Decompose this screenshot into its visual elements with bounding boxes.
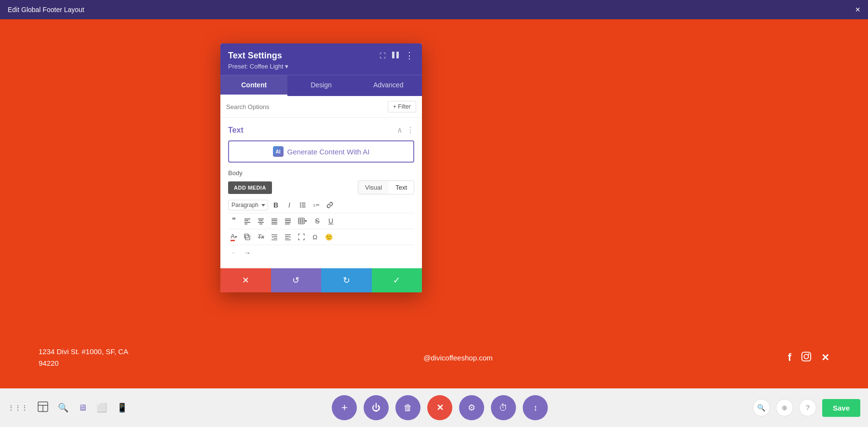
title-bar: Edit Global Footer Layout × <box>0 0 868 19</box>
text-color-button[interactable]: A ▾ <box>228 231 240 243</box>
search-icon[interactable]: 🔍 <box>58 402 68 413</box>
bottom-left-tools: ⋮⋮⋮ 🔍 🖥 ⬜ 📱 <box>8 401 127 414</box>
redo-button[interactable]: → <box>242 247 253 259</box>
modal-body: Text ∧ ⋮ AI Generate Content With AI Bod… <box>220 118 422 268</box>
svg-rect-10 <box>302 207 306 207</box>
layers-icon[interactable]: ⊕ <box>776 399 793 416</box>
svg-rect-14 <box>244 220 248 221</box>
search-right-icon[interactable]: 🔍 <box>753 399 770 416</box>
bold-button[interactable]: B <box>270 199 282 211</box>
svg-rect-37 <box>273 236 277 237</box>
filter-button[interactable]: + Filter <box>388 101 416 112</box>
svg-point-1 <box>804 354 808 358</box>
generate-ai-button[interactable]: AI Generate Content With AI <box>228 140 414 163</box>
clear-format-button[interactable]: Tx <box>255 231 267 243</box>
add-media-button[interactable]: ADD MEDIA <box>228 181 272 194</box>
collapse-icon[interactable]: ∧ <box>397 125 403 135</box>
close-button[interactable]: ✕ <box>427 395 452 420</box>
align-full-button[interactable] <box>282 215 294 227</box>
adjust-button[interactable]: ↕ <box>523 395 548 420</box>
svg-rect-41 <box>285 234 291 235</box>
instagram-icon[interactable] <box>801 351 812 364</box>
modal-header-icons: ⛶ ⋮ <box>380 50 414 61</box>
tablet-icon[interactable]: ⬜ <box>96 402 107 413</box>
tab-content[interactable]: Content <box>220 75 287 96</box>
modal-preset[interactable]: Preset: Coffee Light <box>228 63 414 70</box>
indent-decrease-button[interactable] <box>269 231 280 243</box>
svg-rect-8 <box>302 205 306 206</box>
svg-rect-25 <box>285 219 291 220</box>
svg-marker-45 <box>289 236 290 238</box>
reset-button[interactable]: ↺ <box>271 268 322 292</box>
svg-rect-21 <box>271 219 277 220</box>
help-icon[interactable]: ? <box>799 399 816 416</box>
align-center-button[interactable] <box>255 215 267 227</box>
indent-increase-button[interactable] <box>282 231 294 243</box>
svg-text:1.: 1. <box>313 203 316 207</box>
undo-button[interactable]: ← <box>228 247 240 259</box>
text-tab[interactable]: Text <box>389 181 414 194</box>
cancel-button[interactable]: ✕ <box>220 268 271 292</box>
fullscreen-icon[interactable]: ⛶ <box>380 52 386 59</box>
link-button[interactable] <box>324 199 336 211</box>
table-button[interactable]: ▾ <box>296 215 310 227</box>
tab-design[interactable]: Design <box>287 75 354 96</box>
svg-rect-29 <box>298 218 304 224</box>
columns-icon[interactable] <box>392 51 399 60</box>
svg-rect-19 <box>258 222 264 223</box>
svg-point-5 <box>300 203 301 204</box>
svg-rect-24 <box>271 224 277 225</box>
delete-button[interactable]: 🗑 <box>395 395 420 420</box>
svg-rect-39 <box>271 240 277 240</box>
desktop-icon[interactable]: 🖥 <box>78 403 87 413</box>
strikethrough-button[interactable]: S <box>312 215 323 227</box>
footer-social: f ✕ <box>788 351 829 364</box>
save-button[interactable]: ✓ <box>372 268 422 292</box>
italic-button[interactable]: I <box>284 199 295 211</box>
svg-rect-38 <box>273 238 277 238</box>
text-section-header: Text ∧ ⋮ <box>228 125 414 135</box>
underline-button[interactable]: U <box>325 215 337 227</box>
save-final-button[interactable]: Save <box>822 399 860 417</box>
mobile-icon[interactable]: 📱 <box>117 402 127 413</box>
bottom-center-tools: + ⏻ 🗑 ✕ ⚙ ⏱ ↕ <box>127 395 753 420</box>
body-label: Body <box>228 169 414 177</box>
svg-rect-3 <box>392 52 394 58</box>
svg-rect-0 <box>802 352 811 360</box>
special-char-button[interactable]: Ω <box>309 231 321 243</box>
close-window-button[interactable]: × <box>855 5 860 15</box>
tab-advanced[interactable]: Advanced <box>355 75 422 96</box>
modal-actions: ✕ ↺ ↻ ✓ <box>220 268 422 292</box>
svg-rect-16 <box>244 224 247 225</box>
more-options-icon[interactable]: ⋮ <box>405 50 414 61</box>
paragraph-select[interactable]: Paragraph Heading 1 Heading 2 Heading 3 <box>228 200 268 210</box>
blockquote-button[interactable]: " <box>228 215 240 227</box>
align-justify-button[interactable] <box>269 215 280 227</box>
history-button[interactable]: ⏱ <box>491 395 516 420</box>
emoji-button[interactable]: 🙂 <box>323 231 335 243</box>
svg-rect-43 <box>285 238 289 238</box>
fullscreen-editor-button[interactable] <box>296 231 307 243</box>
power-button[interactable]: ⏻ <box>364 395 389 420</box>
svg-rect-15 <box>244 222 250 223</box>
visual-tab[interactable]: Visual <box>358 181 389 194</box>
redo-action-button[interactable]: ↻ <box>321 268 372 292</box>
search-input[interactable] <box>226 103 388 110</box>
canvas-area: 1234 Divi St. #1000, SF, CA94220 @divico… <box>0 19 868 427</box>
add-element-button[interactable]: + <box>332 395 357 420</box>
svg-rect-28 <box>285 224 290 225</box>
svg-rect-27 <box>285 222 291 223</box>
settings-button[interactable]: ⚙ <box>459 395 484 420</box>
twitter-x-icon[interactable]: ✕ <box>821 352 829 363</box>
svg-rect-12 <box>316 205 319 206</box>
numbered-list-button[interactable]: 1. <box>311 199 322 211</box>
bullet-list-button[interactable] <box>297 199 309 211</box>
grid-menu-icon[interactable]: ⋮⋮⋮ <box>8 404 28 412</box>
align-left-button[interactable] <box>242 215 253 227</box>
footer-address: 1234 Divi St. #1000, SF, CA94220 <box>39 346 128 369</box>
section-more-icon[interactable]: ⋮ <box>407 125 414 135</box>
facebook-icon[interactable]: f <box>788 351 791 364</box>
layout-icon[interactable] <box>38 401 48 414</box>
ai-icon: AI <box>273 146 284 157</box>
paste-button[interactable] <box>242 231 253 243</box>
